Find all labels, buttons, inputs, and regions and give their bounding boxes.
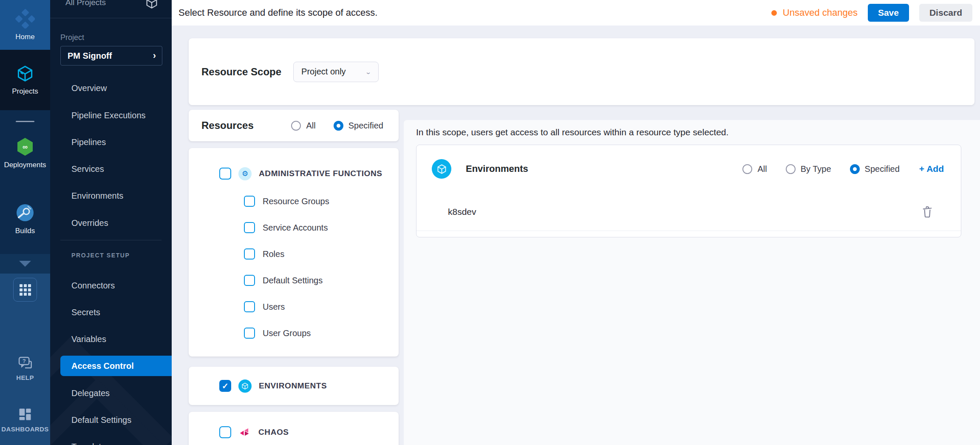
sidebar-item-secrets[interactable]: Secrets: [50, 302, 172, 322]
sidebar-item-overrides[interactable]: Overrides: [50, 213, 172, 233]
environments-detail-card: Environments All By Type Specified: [416, 145, 961, 237]
admin-functions-children: Resource Groups Service Accounts Roles D…: [189, 188, 399, 346]
sidebar-divider: [50, 18, 172, 18]
radio-env-all[interactable]: All: [742, 164, 767, 174]
delete-environment-button[interactable]: [922, 206, 933, 218]
nav-home-label: Home: [15, 33, 34, 41]
radio-specified[interactable]: Specified: [334, 121, 383, 131]
dashboards-icon: [17, 407, 33, 422]
resource-scope-select[interactable]: Project only ⌄: [293, 62, 379, 82]
main-content: Resource Scope Project only ⌄ Resources …: [172, 26, 980, 445]
chaos-checkbox[interactable]: [219, 426, 231, 438]
resource-groups-checkbox[interactable]: [244, 196, 255, 207]
sidebar-item-templates[interactable]: Templates: [50, 436, 172, 445]
scope-detail-panel: In this scope, users get access to all r…: [404, 120, 980, 445]
child-default-settings: Default Settings: [189, 267, 399, 294]
resource-group-administrative-functions: ⚙ ADMINISTRATIVE FUNCTIONS Resource Grou…: [189, 148, 399, 357]
sidebar-item-pipeline-executions[interactable]: Pipeline Executions: [50, 105, 172, 126]
nav-projects[interactable]: Projects: [0, 50, 50, 110]
sidebar-item-pipelines[interactable]: Pipelines: [50, 132, 172, 152]
default-settings-checkbox[interactable]: [244, 275, 255, 286]
module-picker-button[interactable]: [13, 278, 37, 302]
help-chat-icon: ?: [17, 356, 33, 371]
header-actions: Unsaved changes Save Discard: [771, 4, 973, 22]
environments-label: ENVIRONMENTS: [259, 381, 327, 391]
unsaved-changes-label: Unsaved changes: [783, 7, 858, 18]
radio-env-by-type-label: By Type: [801, 164, 831, 174]
service-accounts-checkbox[interactable]: [244, 222, 255, 233]
save-button[interactable]: Save: [868, 4, 909, 22]
rail-bottom-section: ? HELP DASHBOARDS: [0, 274, 50, 445]
radio-circle-icon: [291, 121, 301, 131]
resources-radio-group: All Specified: [291, 121, 383, 131]
scope-switcher-label: All Projects: [65, 0, 106, 7]
resource-group-environments: ✓ ENVIRONMENTS: [189, 367, 399, 405]
nav-home[interactable]: Home: [0, 0, 50, 50]
sidebar-item-connectors[interactable]: Connectors: [50, 275, 172, 296]
sidebar-section-divider: [60, 240, 161, 240]
radio-circle-icon: [850, 164, 860, 174]
nav-deployments[interactable]: ∞ Deployments: [0, 128, 50, 179]
admin-functions-icon: ⚙: [238, 167, 252, 180]
cube-icon: [144, 0, 159, 10]
resource-scope-value: Project only: [301, 67, 346, 77]
discard-button[interactable]: Discard: [919, 4, 972, 22]
add-environment-link[interactable]: + Add: [919, 164, 944, 174]
resources-column: Resources All Specified ⚙: [189, 110, 399, 445]
roles-checkbox[interactable]: [244, 248, 255, 260]
radio-env-by-type[interactable]: By Type: [786, 164, 831, 174]
admin-functions-row: ⚙ ADMINISTRATIVE FUNCTIONS: [189, 163, 399, 185]
user-groups-checkbox[interactable]: [244, 328, 255, 339]
project-selector[interactable]: PM Signoff ›: [60, 46, 162, 66]
nav-help-label: HELP: [16, 374, 34, 381]
rail-divider: [16, 121, 34, 122]
chevron-down-icon: ⌄: [365, 68, 371, 75]
environments-card-title: Environments: [466, 163, 528, 174]
page-title: Select Resource and define its scope of …: [178, 7, 377, 18]
environments-radio-group: All By Type Specified: [742, 164, 899, 174]
radio-specified-label: Specified: [348, 121, 383, 131]
sidebar-item-services[interactable]: Services: [50, 159, 172, 179]
home-icon: [15, 9, 35, 29]
access-control-page: Home Projects ∞ Deployments: [0, 0, 980, 445]
module-nav-rail: Home Projects ∞ Deployments: [0, 0, 50, 445]
admin-functions-label: ADMINISTRATIVE FUNCTIONS: [259, 169, 382, 178]
radio-all[interactable]: All: [291, 121, 315, 131]
rail-collapse-strip[interactable]: [0, 254, 50, 274]
radio-env-all-label: All: [757, 164, 767, 174]
projects-cube-icon: [16, 64, 34, 83]
project-label: Project: [60, 33, 84, 42]
scope-note: In this scope, users get access to all r…: [416, 127, 960, 138]
nav-dashboards-label: DASHBOARDS: [1, 425, 49, 433]
nav-builds[interactable]: Builds: [0, 194, 50, 245]
environments-icon: [432, 159, 451, 179]
users-checkbox[interactable]: [244, 301, 255, 312]
child-user-groups: User Groups: [189, 320, 399, 346]
sidebar-item-default-settings[interactable]: Default Settings: [50, 410, 172, 430]
environments-checkbox[interactable]: ✓: [219, 380, 231, 392]
environments-row: ✓ ENVIRONMENTS: [189, 375, 327, 397]
chevron-right-icon: ›: [153, 51, 156, 60]
resource-groups-label: Resource Groups: [263, 197, 329, 206]
radio-circle-icon: [786, 164, 796, 174]
resources-header: Resources All Specified: [189, 110, 399, 141]
child-service-accounts: Service Accounts: [189, 214, 399, 241]
sidebar-item-delegates[interactable]: Delegates: [50, 383, 172, 403]
admin-functions-checkbox[interactable]: [219, 168, 231, 180]
roles-label: Roles: [263, 249, 284, 259]
default-settings-label: Default Settings: [263, 276, 323, 285]
sidebar-item-environments[interactable]: Environments: [50, 185, 172, 206]
child-roles: Roles: [189, 241, 399, 267]
page-header: Select Resource and define its scope of …: [172, 0, 980, 26]
builds-icon: [15, 203, 35, 222]
project-sidebar: All Projects Project PM Signoff › Overvi…: [50, 0, 172, 445]
nav-help[interactable]: ? HELP: [0, 351, 50, 385]
chevron-down-icon: [19, 261, 31, 267]
nav-dashboards[interactable]: DASHBOARDS: [0, 402, 50, 436]
sidebar-item-overview[interactable]: Overview: [50, 78, 172, 98]
sidebar-item-variables[interactable]: Variables: [50, 329, 172, 349]
resource-scope-label: Resource Scope: [201, 66, 281, 78]
radio-env-specified[interactable]: Specified: [850, 164, 900, 174]
sidebar-item-access-control[interactable]: Access Control: [60, 356, 172, 376]
sidebar-scope-switcher[interactable]: All Projects: [50, 0, 172, 12]
